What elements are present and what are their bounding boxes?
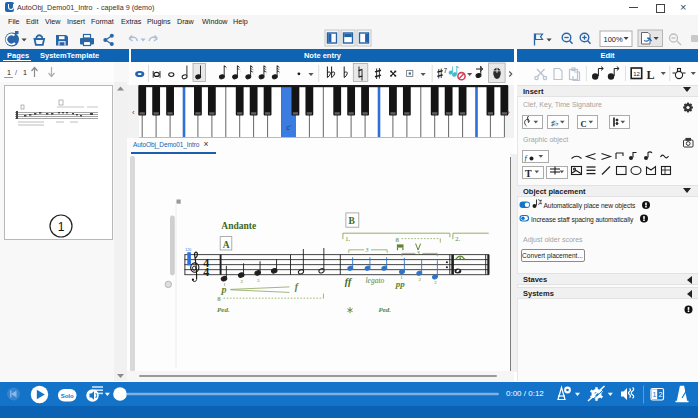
svg-text:3: 3 [434, 280, 437, 285]
svg-text:›: › [507, 108, 510, 117]
svg-text:Ped.: Ped. [217, 306, 230, 314]
svg-text:2: 2 [658, 391, 662, 398]
svg-text:1: 1 [58, 220, 65, 234]
svg-text:100%: 100% [604, 35, 624, 44]
svg-text:‹: ‹ [132, 108, 135, 117]
svg-text:8: 8 [395, 236, 399, 244]
svg-text:ƒ: ƒ [524, 154, 528, 163]
svg-text:120: 120 [185, 248, 191, 252]
svg-text:7: 7 [444, 67, 448, 74]
svg-text:legato: legato [366, 276, 385, 285]
svg-text:L: L [647, 68, 655, 82]
svg-text:T: T [525, 168, 532, 179]
svg-text:Andante: Andante [221, 221, 256, 231]
svg-text:2: 2 [241, 279, 244, 284]
svg-text:2: 2 [418, 277, 421, 282]
svg-text:1: 1 [653, 391, 657, 398]
svg-text:8: 8 [217, 295, 221, 303]
svg-text:12: 12 [633, 71, 640, 77]
svg-text:2.: 2. [455, 235, 460, 242]
svg-text:B: B [349, 216, 356, 226]
svg-text:4: 4 [203, 265, 209, 279]
svg-text:1.: 1. [345, 235, 350, 242]
svg-text:Solo: Solo [61, 393, 74, 399]
svg-text:Ped.: Ped. [378, 306, 391, 314]
svg-text:3: 3 [257, 278, 260, 283]
svg-text:C: C [581, 119, 587, 129]
svg-text:p: p [221, 284, 227, 295]
svg-text:♯♭: ♯♭ [551, 119, 559, 128]
svg-text:3: 3 [416, 250, 420, 256]
svg-text:ff: ff [345, 276, 353, 287]
svg-text:A: A [223, 240, 230, 250]
svg-text:3: 3 [365, 247, 369, 253]
svg-text:f: f [295, 281, 300, 292]
svg-text:c': c' [286, 123, 291, 130]
svg-text:pp: pp [395, 279, 406, 289]
